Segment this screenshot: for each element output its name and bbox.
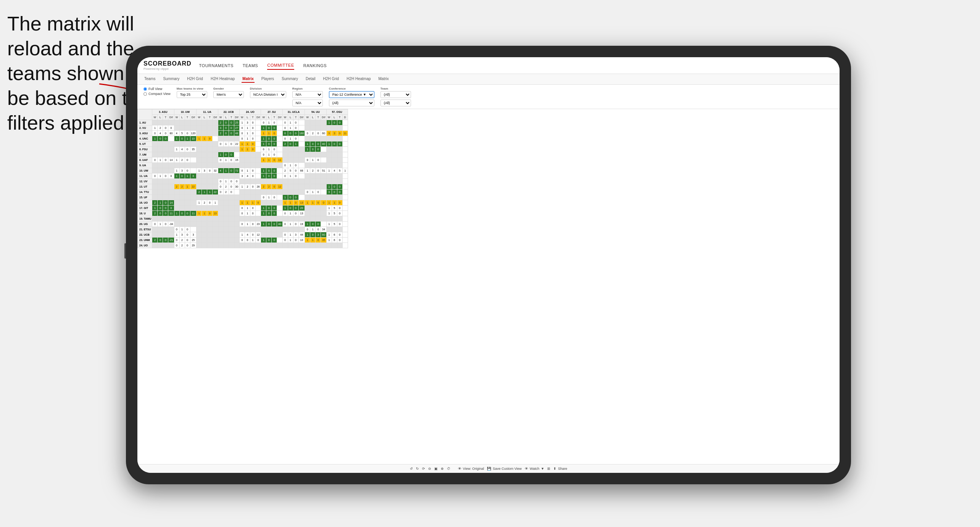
- cell-13-uw-l: [179, 190, 185, 195]
- subnav-h2h-heatmap[interactable]: H2H Heatmap: [210, 76, 235, 83]
- cell-21-ucla-l: 1: [288, 232, 293, 238]
- matrix-container[interactable]: 3. ASU 10. UW 11. UA 22. UCB 24. UO 27. …: [137, 109, 840, 464]
- cell-16-uu-l: [310, 206, 316, 211]
- cell-8-uu-l: [310, 163, 316, 168]
- region-select2[interactable]: N/A: [292, 100, 323, 106]
- subnav-players[interactable]: Players: [261, 76, 275, 83]
- nav-teams[interactable]: TEAMS: [243, 62, 258, 69]
- undo-button[interactable]: ↺: [410, 467, 413, 471]
- row-header-7: 8. UAF: [138, 157, 152, 163]
- cell-18-ucb-w: [218, 216, 223, 222]
- cell-7-uo-dif: [255, 157, 261, 163]
- cell-8-uw-l: [179, 163, 185, 168]
- cell-0-osu-t: 0: [337, 120, 342, 125]
- gender-select[interactable]: Men's: [213, 91, 244, 98]
- zoom-reset-button[interactable]: ▣: [434, 467, 438, 471]
- cell-2-osu-w: 3: [326, 131, 332, 136]
- cell-9-ucb-l: 1: [223, 168, 229, 174]
- subnav-h2h-heatmap2[interactable]: H2H Heatmap: [346, 76, 371, 83]
- cell-21-asu-w: [152, 232, 158, 238]
- cell-5-ucb-dif: [234, 147, 239, 152]
- refresh-button[interactable]: ⟳: [422, 467, 425, 471]
- sh-uu-l: L: [310, 115, 316, 120]
- cell-0-asu-l: [158, 120, 163, 125]
- subnav-matrix2[interactable]: Matrix: [378, 76, 390, 83]
- cell-17-osu-t: 0: [337, 211, 342, 216]
- cell-1-uu-dif: [321, 125, 326, 131]
- cell-6-su-dif: [277, 152, 282, 157]
- cell-7-uu-l: 1: [310, 157, 316, 163]
- zoom-out-button[interactable]: ⊖: [428, 467, 431, 471]
- sh-su-t: T: [272, 115, 277, 120]
- timer-button[interactable]: ⏱: [447, 467, 450, 471]
- cell-10-asu-dif: 0: [168, 174, 174, 179]
- watch-label: Watch: [530, 467, 539, 471]
- table-row: 5. UT0102211010020110040100: [138, 141, 348, 147]
- cell-19-su-t: 0: [272, 222, 277, 227]
- save-custom-button[interactable]: 💾 Save Custom View: [487, 467, 522, 471]
- cell-10-uo-w: 3: [239, 174, 245, 179]
- layout-button[interactable]: ⊞: [547, 467, 550, 471]
- watch-button[interactable]: 👁 Watch ▼: [525, 467, 544, 471]
- nav-rankings[interactable]: RANKINGS: [303, 62, 327, 69]
- cell-2-su-l: 1: [266, 131, 272, 136]
- division-select[interactable]: NCAA Division I: [250, 91, 286, 98]
- subnav-detail[interactable]: Detail: [305, 76, 316, 83]
- cell-8-su-t: [272, 163, 277, 168]
- team-select[interactable]: (All): [380, 91, 411, 98]
- cell-23-asu-t: [163, 243, 168, 248]
- cell-2-ucla-t: 0: [293, 131, 298, 136]
- cell-17-uo-dif: [255, 211, 261, 216]
- watch-dropdown-icon: ▼: [541, 467, 544, 471]
- nav-committee[interactable]: COMMITTEE: [267, 61, 294, 70]
- full-view-radio[interactable]: Full View: [143, 87, 171, 91]
- cell-21-uu-w: 1: [305, 232, 310, 238]
- subnav-summary[interactable]: Summary: [162, 76, 180, 83]
- zoom-in-button[interactable]: ⊕: [441, 467, 444, 471]
- cell-7-ua-dif: [213, 157, 218, 163]
- team-select2[interactable]: (All): [380, 100, 411, 106]
- cell-21-ua-t: [207, 232, 213, 238]
- cell-20-su-dif: [277, 227, 282, 232]
- max-teams-select[interactable]: Top 25: [177, 91, 207, 98]
- redo-button[interactable]: ↻: [416, 467, 419, 471]
- cell-21-uu-t: 3: [316, 232, 321, 238]
- cell-8-osu-dif: [342, 163, 348, 168]
- cell-1-osu-t: [337, 125, 342, 131]
- view-original-button[interactable]: 👁 View: Original: [458, 467, 484, 471]
- subnav-teams[interactable]: Teams: [143, 76, 156, 83]
- cell-6-ucla-w: [282, 152, 288, 157]
- cell-18-uw-l: [179, 216, 185, 222]
- cell-19-uu-l: 0: [310, 222, 316, 227]
- cell-13-uw-w: [174, 190, 179, 195]
- cell-7-uo-l: [245, 157, 250, 163]
- subnav-summary2[interactable]: Summary: [281, 76, 299, 83]
- cell-9-ucla-t: 0: [293, 168, 298, 174]
- subnav-h2h-grid2[interactable]: H2H Grid: [322, 76, 340, 83]
- cell-5-asu-t: [163, 147, 168, 152]
- cell-1-uo-t: 0: [250, 125, 255, 131]
- conference-select2[interactable]: (All): [329, 100, 374, 106]
- cell-1-uo-dif: [255, 125, 261, 131]
- cell-10-uw-t: 1: [185, 174, 190, 179]
- cell-0-ucla-l: 1: [288, 120, 293, 125]
- cell-14-ucla-w: 1: [282, 195, 288, 200]
- cell-16-su-w: 1: [261, 206, 266, 211]
- cell-12-su-t: 0: [272, 184, 277, 190]
- region-select[interactable]: N/A: [292, 91, 323, 98]
- cell-15-osu-l: 1: [332, 200, 337, 206]
- cell-11-uw-dif: [190, 179, 197, 184]
- cell-9-uo-t: 0: [250, 168, 255, 174]
- cell-13-su-t: [272, 190, 277, 195]
- cell-16-ucla-dif: 20: [298, 206, 305, 211]
- nav-tournaments[interactable]: TOURNAMENTS: [199, 62, 234, 69]
- cell-4-ua-l: [202, 141, 207, 147]
- compact-view-radio[interactable]: Compact View: [143, 92, 171, 96]
- subnav-h2h-grid[interactable]: H2H Grid: [186, 76, 204, 83]
- cell-21-asu-l: [158, 232, 163, 238]
- share-button[interactable]: ⬆ Share: [553, 467, 567, 471]
- subnav-matrix[interactable]: Matrix: [242, 76, 254, 83]
- cell-20-ua-l: [202, 227, 207, 232]
- row-header-13: 14. TTU: [138, 190, 152, 195]
- conference-select[interactable]: Pac-12 Conference ▼: [329, 91, 374, 98]
